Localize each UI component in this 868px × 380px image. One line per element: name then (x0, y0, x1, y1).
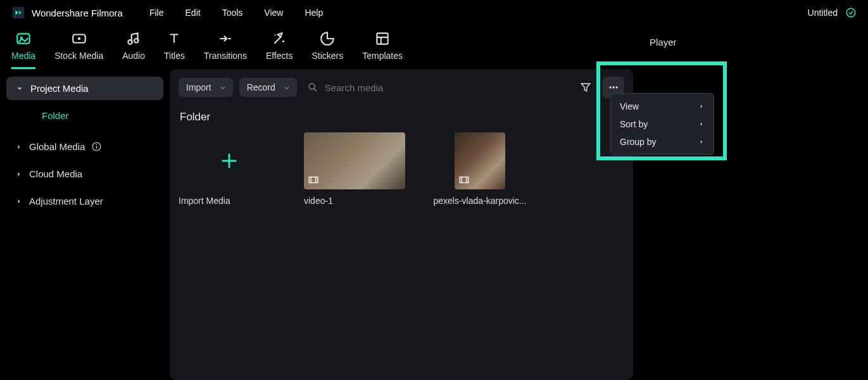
chevron-down-icon (15, 84, 24, 93)
chevron-right-icon (15, 198, 23, 205)
titles-icon (166, 30, 182, 47)
sidebar-item-label: Folder (42, 110, 69, 121)
tab-label: Titles (164, 51, 185, 61)
chevron-right-icon (15, 143, 23, 151)
sidebar-item-label: Global Media (29, 141, 85, 152)
sidebar-item-global-media[interactable]: Global Media (6, 135, 163, 158)
tab-stickers[interactable]: Stickers (311, 30, 343, 69)
ctx-label: View (620, 101, 639, 111)
sidebar-item-label: Adjustment Layer (29, 196, 103, 206)
tab-label: Media (11, 51, 35, 61)
tab-stock-media[interactable]: Stock Media (54, 30, 103, 69)
svg-point-7 (134, 39, 139, 43)
svg-point-1 (846, 8, 855, 17)
context-menu: View Sort by Group by (610, 93, 714, 155)
filter-icon (579, 81, 592, 94)
section-folder-label: Folder (180, 111, 623, 124)
tab-label: Stickers (311, 51, 343, 61)
tab-label: Effects (266, 51, 293, 61)
svg-point-14 (309, 84, 315, 89)
menu-view[interactable]: View (264, 8, 283, 18)
chevron-right-icon (15, 170, 23, 178)
tab-label: Transitions (204, 51, 247, 61)
import-media-tile[interactable]: Import Media (179, 132, 280, 206)
media-toolbar: Import Record (179, 77, 624, 98)
tab-media[interactable]: Media (11, 30, 35, 69)
menu-edit[interactable]: Edit (186, 8, 201, 18)
tab-templates[interactable]: Templates (362, 30, 403, 69)
sidebar-item-project-media[interactable]: Project Media (6, 77, 163, 100)
ctx-item-view[interactable]: View (611, 98, 714, 115)
transitions-icon (217, 30, 234, 47)
menubar: File Edit Tools View Help (149, 8, 323, 18)
tabstrip: Media Stock Media Audio Titles (0, 25, 638, 69)
templates-icon (374, 30, 391, 47)
titlebar: Wondershare Filmora File Edit Tools View… (0, 0, 868, 25)
menu-file[interactable]: File (149, 8, 164, 18)
chevron-down-icon (283, 84, 289, 91)
tab-label: Audio (122, 51, 145, 61)
saved-check-icon (845, 7, 857, 18)
search-input[interactable] (325, 82, 565, 93)
search-field[interactable] (303, 79, 569, 96)
thumb-caption: pexels-vlada-karpovic... (433, 196, 526, 206)
record-dropdown[interactable]: Record (239, 78, 297, 97)
audio-icon (125, 30, 142, 47)
sidebar: Project Media Folder Global Media Cloud … (0, 69, 170, 380)
svg-rect-19 (460, 177, 469, 183)
media-grid: Import Media video-1 pexels-vlada-karpov… (179, 132, 624, 206)
svg-rect-18 (309, 177, 318, 183)
svg-point-8 (282, 41, 284, 42)
ctx-item-group-by[interactable]: Group by (611, 133, 714, 151)
plus-icon (218, 150, 240, 172)
project-title: Untitled (808, 8, 838, 18)
sidebar-item-label: Project Media (30, 83, 89, 94)
import-label: Import (186, 82, 211, 92)
ctx-label: Sort by (620, 119, 648, 129)
video-clip-icon (458, 174, 470, 186)
menu-help[interactable]: Help (305, 8, 323, 18)
chevron-right-icon (698, 121, 705, 127)
search-icon (307, 82, 318, 93)
sidebar-item-cloud-media[interactable]: Cloud Media (6, 162, 163, 186)
menu-tools[interactable]: Tools (222, 8, 243, 18)
import-dropdown[interactable]: Import (179, 78, 233, 97)
chevron-down-icon (219, 84, 225, 91)
tab-label: Stock Media (54, 51, 103, 61)
tab-label: Templates (362, 51, 403, 61)
chevron-right-icon (698, 139, 705, 145)
tab-titles[interactable]: Titles (164, 30, 185, 69)
sidebar-item-label: Cloud Media (29, 168, 82, 179)
ctx-label: Group by (620, 137, 657, 147)
app-name: Wondershare Filmora (32, 8, 123, 18)
filter-button[interactable] (575, 77, 596, 98)
svg-point-6 (128, 40, 132, 44)
svg-point-9 (275, 35, 276, 36)
media-icon (15, 30, 32, 47)
svg-rect-12 (96, 146, 97, 149)
thumb-caption: Import Media (179, 196, 230, 206)
stock-media-icon (71, 30, 87, 47)
media-item-video1[interactable]: video-1 (304, 132, 405, 206)
tab-effects[interactable]: Effects (266, 30, 293, 69)
svg-rect-10 (377, 33, 387, 44)
stickers-icon (319, 30, 336, 47)
thumb-caption: video-1 (304, 196, 333, 206)
chevron-right-icon (698, 103, 705, 110)
tab-audio[interactable]: Audio (122, 30, 145, 69)
video-clip-icon (308, 174, 319, 186)
svg-point-5 (77, 37, 80, 40)
info-icon (91, 141, 102, 152)
player-label: Player (650, 37, 857, 48)
app-logo-icon (11, 6, 25, 20)
sidebar-item-adjustment-layer[interactable]: Adjustment Layer (6, 189, 163, 213)
effects-icon (271, 30, 287, 47)
svg-rect-13 (96, 144, 97, 144)
ctx-item-sort-by[interactable]: Sort by (611, 115, 714, 133)
tab-transitions[interactable]: Transitions (204, 30, 247, 69)
sidebar-item-folder[interactable]: Folder (6, 105, 163, 126)
media-item-video2[interactable]: pexels-vlada-karpovic... (429, 132, 531, 206)
media-panel: Import Record (170, 69, 633, 380)
record-label: Record (247, 82, 275, 92)
